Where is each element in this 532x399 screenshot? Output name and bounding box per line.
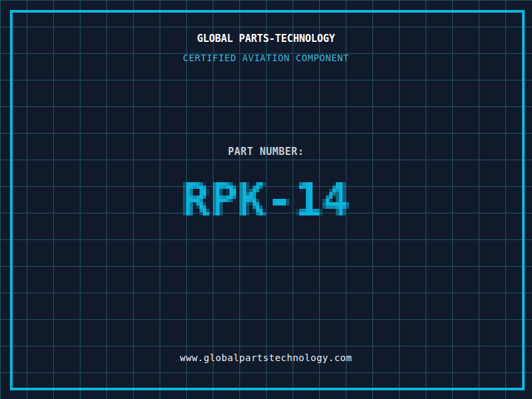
- part-number-value: [166, 169, 366, 229]
- company-name: GLOBAL PARTS-TECHNOLOGY: [0, 33, 532, 45]
- certification-label: CERTIFIED AVIATION COMPONENT: [0, 53, 532, 63]
- part-number-label: PART NUMBER:: [0, 146, 532, 158]
- website-url: www.globalpartstechnology.com: [0, 352, 532, 363]
- blueprint-placard: GLOBAL PARTS-TECHNOLOGY CERTIFIED AVIATI…: [0, 0, 532, 399]
